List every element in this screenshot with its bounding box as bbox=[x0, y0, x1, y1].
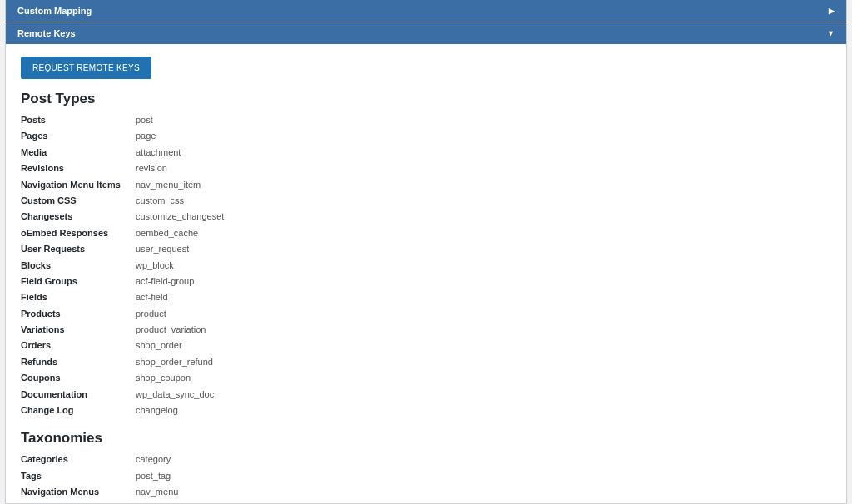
post-type-row: Refundsshop_order_refund bbox=[21, 354, 831, 370]
post-type-row: Revisionsrevision bbox=[21, 161, 831, 176]
accordion-title-custom-mapping: Custom Mapping bbox=[17, 6, 92, 16]
post-type-value: shop_coupon bbox=[136, 372, 191, 384]
taxonomy-label: Navigation Menus bbox=[21, 486, 136, 498]
post-type-row: Variationsproduct_variation bbox=[21, 322, 831, 338]
post-type-label: Field Groups bbox=[21, 275, 136, 288]
post-type-label: Navigation Menu Items bbox=[21, 179, 136, 191]
post-type-value: product bbox=[136, 308, 166, 320]
post-type-value: acf-field-group bbox=[136, 275, 194, 288]
post-type-label: oEmbed Responses bbox=[21, 227, 136, 240]
post-type-row: Field Groupsacf-field-group bbox=[21, 274, 831, 289]
post-type-row: Documentationwp_data_sync_doc bbox=[21, 387, 831, 403]
post-type-row: Blockswp_block bbox=[21, 258, 831, 274]
taxonomy-value: category bbox=[136, 453, 171, 466]
post-type-value: wp_block bbox=[136, 259, 174, 272]
taxonomy-row: Tagspost_tag bbox=[21, 468, 831, 484]
post-type-label: User Requests bbox=[21, 243, 136, 255]
post-type-row: Couponsshop_coupon bbox=[21, 370, 831, 386]
post-type-label: Changesets bbox=[21, 210, 136, 223]
post-type-row: Productsproduct bbox=[21, 306, 831, 322]
post-type-value: product_variation bbox=[136, 324, 206, 336]
post-type-row: Change Logchangelog bbox=[21, 403, 831, 418]
accordion-title-remote-keys: Remote Keys bbox=[17, 28, 76, 38]
post-type-label: Blocks bbox=[21, 259, 136, 272]
chevron-right-icon: ▶ bbox=[829, 7, 835, 15]
post-type-value: wp_data_sync_doc bbox=[136, 388, 214, 401]
taxonomy-label: Tags bbox=[21, 470, 136, 482]
post-type-value: page bbox=[136, 130, 156, 142]
post-type-value: oembed_cache bbox=[136, 227, 198, 240]
post-type-value: nav_menu_item bbox=[136, 179, 201, 191]
post-type-row: User Requestsuser_request bbox=[21, 241, 831, 257]
post-type-value: changelog bbox=[136, 404, 178, 417]
post-type-row: Navigation Menu Itemsnav_menu_item bbox=[21, 177, 831, 193]
post-type-label: Custom CSS bbox=[21, 195, 136, 207]
post-type-value: customize_changeset bbox=[136, 210, 224, 223]
post-types-heading: Post Types bbox=[21, 91, 831, 107]
post-type-label: Media bbox=[21, 146, 136, 159]
taxonomy-row: Categoriescategory bbox=[21, 452, 831, 467]
post-type-value: revision bbox=[136, 162, 167, 175]
post-type-label: Fields bbox=[21, 291, 136, 304]
taxonomy-row: Navigation Menusnav_menu bbox=[21, 484, 831, 500]
taxonomies-heading: Taxonomies bbox=[21, 430, 831, 447]
accordion-header-custom-mapping[interactable]: Custom Mapping ▶ bbox=[6, 0, 846, 22]
post-type-value: shop_order_refund bbox=[136, 356, 213, 368]
post-type-row: Fieldsacf-field bbox=[21, 289, 831, 305]
post-type-label: Pages bbox=[21, 130, 136, 142]
post-type-label: Refunds bbox=[21, 356, 136, 368]
request-remote-keys-button[interactable]: REQUEST REMOTE KEYS bbox=[21, 57, 151, 79]
post-type-label: Change Log bbox=[21, 404, 136, 417]
post-type-value: shop_order bbox=[136, 339, 182, 352]
post-type-value: user_request bbox=[136, 243, 189, 255]
post-type-value: acf-field bbox=[136, 291, 168, 304]
post-type-row: Pagespage bbox=[21, 128, 831, 144]
post-type-row: Changesetscustomize_changeset bbox=[21, 209, 831, 225]
post-type-label: Coupons bbox=[21, 372, 136, 384]
taxonomy-row: Link Categorieslink_category bbox=[21, 501, 831, 504]
post-type-value: attachment bbox=[136, 146, 181, 159]
taxonomy-value: nav_menu bbox=[136, 486, 178, 498]
post-type-label: Variations bbox=[21, 324, 136, 336]
accordion-header-remote-keys[interactable]: Remote Keys ▼ bbox=[6, 22, 846, 45]
post-type-row: oEmbed Responsesoembed_cache bbox=[21, 225, 831, 241]
taxonomy-value: post_tag bbox=[136, 470, 171, 482]
post-type-value: custom_css bbox=[136, 195, 184, 207]
post-type-label: Products bbox=[21, 308, 136, 320]
main-panel: Custom Mapping ▶ Remote Keys ▼ REQUEST R… bbox=[5, 0, 847, 504]
post-types-list: PostspostPagespageMediaattachmentRevisio… bbox=[21, 112, 831, 418]
chevron-down-icon: ▼ bbox=[827, 30, 835, 37]
post-type-label: Revisions bbox=[21, 162, 136, 175]
remote-keys-panel: REQUEST REMOTE KEYS Post Types Postspost… bbox=[6, 45, 846, 504]
post-type-row: Mediaattachment bbox=[21, 145, 831, 161]
post-type-label: Documentation bbox=[21, 388, 136, 401]
post-type-row: Custom CSScustom_css bbox=[21, 193, 831, 209]
taxonomy-label: Categories bbox=[21, 453, 136, 466]
taxonomies-list: CategoriescategoryTagspost_tagNavigation… bbox=[21, 452, 831, 504]
post-type-label: Orders bbox=[21, 339, 136, 352]
post-type-value: post bbox=[136, 114, 153, 126]
post-type-row: Ordersshop_order bbox=[21, 338, 831, 353]
post-type-row: Postspost bbox=[21, 112, 831, 128]
post-type-label: Posts bbox=[21, 114, 136, 126]
